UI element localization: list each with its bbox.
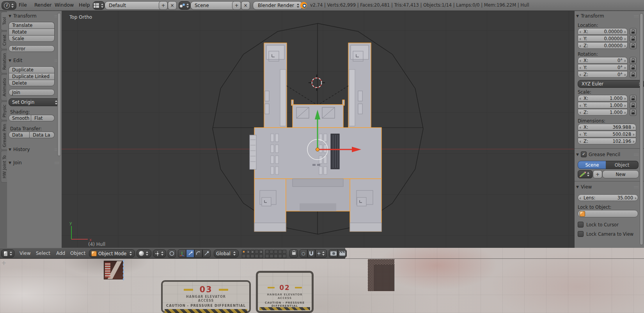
editor-type-3dview-button[interactable] — [1, 249, 14, 258]
duplicate-linked-button[interactable]: Duplicate Linked — [9, 73, 55, 80]
dimension-z-field[interactable]: Z:102.196 — [578, 138, 636, 144]
tab-hw-joint-tools[interactable]: HW Joint To — [1, 151, 7, 183]
mirror-button[interactable]: Mirror — [9, 45, 55, 52]
scene-lock-button[interactable] — [289, 249, 298, 258]
lock-location-z-button[interactable] — [630, 42, 637, 49]
grease-source-object-tab[interactable]: Object — [606, 161, 639, 169]
layer-toggle[interactable] — [278, 250, 282, 254]
rotate-button[interactable]: Rotate — [9, 28, 55, 35]
layer-toggle[interactable] — [242, 254, 246, 258]
panel-header-last-operator-join[interactable]: ▼ Join :::: — [9, 160, 59, 165]
manipulator-scale-button[interactable] — [202, 249, 211, 258]
layer-toggle[interactable] — [259, 250, 263, 254]
lock-to-cursor-row[interactable]: Lock to Cursor — [578, 222, 619, 228]
layer-toggle[interactable] — [246, 254, 250, 258]
manipulator-rotate-button[interactable] — [194, 249, 202, 258]
tab-relations[interactable]: Relation — [1, 50, 7, 73]
layer-toggle[interactable] — [250, 254, 254, 258]
data-button[interactable]: Data — [9, 132, 30, 138]
snap-circle-button[interactable]: ○ — [300, 249, 307, 258]
translate-button[interactable]: Translate — [9, 22, 55, 28]
npanel-scrollbar[interactable] — [640, 13, 643, 245]
lock-scale-x-button[interactable] — [630, 95, 637, 102]
panel-header-grease-pencil[interactable]: ▼ ✓ Grease Pencil :::: — [576, 151, 639, 157]
layer-toggle[interactable] — [255, 254, 259, 258]
interaction-mode-dropdown[interactable]: Object Mode — [89, 249, 135, 258]
scale-z-field[interactable]: Z:1.000 — [578, 109, 628, 116]
lock-scale-z-button[interactable] — [630, 109, 637, 116]
lock-rotation-z-button[interactable] — [630, 71, 637, 78]
scale-button[interactable]: Scale — [9, 35, 55, 42]
lens-field[interactable]: Lens: 35.000 — [578, 194, 638, 201]
rotation-x-field[interactable]: X:0° — [578, 57, 628, 64]
scene-icon-button[interactable] — [179, 1, 190, 10]
data-layout-button[interactable]: Data La — [30, 132, 55, 138]
layer-toggle[interactable] — [282, 250, 286, 254]
join-button[interactable]: Join — [9, 89, 55, 96]
opengl-render-button[interactable] — [329, 249, 338, 258]
snap-toggle-button[interactable] — [307, 249, 315, 258]
screen-layout-icon-button[interactable] — [93, 1, 105, 10]
grease-layer-add-button[interactable]: + — [593, 170, 602, 178]
shade-smooth-button[interactable]: Smooth — [9, 115, 31, 121]
lock-to-cursor-checkbox[interactable] — [578, 222, 584, 228]
layers-group-2[interactable] — [265, 250, 287, 258]
render-engine-select[interactable]: Blender Render — [253, 1, 303, 10]
region-expand-plus-icon[interactable]: + — [1, 259, 6, 267]
snap-element-dropdown[interactable] — [315, 249, 327, 258]
layer-toggle[interactable] — [282, 254, 286, 258]
menu-window[interactable]: Window — [55, 2, 74, 8]
layer-toggle[interactable] — [274, 254, 278, 258]
rotation-y-field[interactable]: Y:0° — [578, 64, 628, 71]
panel-header-edit[interactable]: ▼ Edit :::: — [9, 58, 59, 63]
scene-name-field[interactable]: Scene — [190, 1, 236, 10]
location-z-field[interactable]: Z:0.00000 — [578, 42, 628, 49]
menu-help[interactable]: Help — [79, 2, 90, 8]
tab-create[interactable]: Creat — [1, 31, 7, 49]
location-y-field[interactable]: Y:0.00000 — [578, 35, 628, 42]
lock-location-x-button[interactable] — [630, 28, 637, 35]
layer-toggle[interactable] — [255, 250, 259, 254]
lock-location-y-button[interactable] — [630, 35, 637, 42]
layer-toggle[interactable] — [250, 250, 254, 254]
toolshelf-scrollbar[interactable] — [57, 13, 61, 156]
lock-rotation-x-button[interactable] — [630, 57, 637, 64]
lock-scale-y-button[interactable] — [630, 102, 637, 109]
menu-view[interactable]: View — [20, 251, 30, 256]
layer-toggle[interactable] — [278, 254, 282, 258]
grease-pencil-brush-dropdown[interactable] — [578, 170, 593, 178]
layer-toggle[interactable] — [270, 254, 273, 258]
layer-toggle[interactable] — [265, 250, 269, 254]
panel-header-view[interactable]: ▼ View :::: — [576, 184, 639, 190]
delete-layout-button[interactable]: × — [168, 1, 177, 10]
panel-header-history[interactable]: ▼ History :::: — [9, 147, 59, 152]
layer-toggle[interactable] — [274, 250, 278, 254]
grease-pencil-checkbox[interactable]: ✓ — [581, 151, 587, 157]
rotation-z-field[interactable]: Z:0° — [578, 71, 628, 78]
scale-y-field[interactable]: Y:1.000 — [578, 102, 628, 108]
menu-file[interactable]: File — [19, 2, 27, 8]
menu-render[interactable]: Render — [34, 2, 52, 8]
dimension-x-field[interactable]: X:369.988 — [578, 124, 636, 130]
layer-toggle[interactable] — [270, 250, 273, 254]
lock-camera-row[interactable]: Lock Camera to View — [578, 231, 633, 237]
manipulator-axes-button[interactable] — [178, 249, 186, 258]
opengl-render-anim-button[interactable] — [338, 249, 347, 258]
tab-physics[interactable]: Physic — [1, 101, 7, 120]
panel-header-transform[interactable]: ▼ Transform :::: — [9, 13, 59, 19]
scale-x-field[interactable]: X:1.000 — [578, 95, 628, 101]
add-scene-button[interactable]: + — [232, 1, 241, 10]
add-layout-button[interactable]: + — [159, 1, 168, 10]
grease-new-layer-button[interactable]: New — [602, 170, 639, 178]
pivot-point-dropdown[interactable] — [153, 249, 166, 258]
location-x-field[interactable]: X:0.00000 — [578, 28, 628, 35]
layer-toggle[interactable] — [246, 250, 250, 254]
shade-flat-button[interactable]: Flat — [31, 115, 55, 121]
delete-button[interactable]: Delete — [9, 80, 55, 86]
cursor-3d[interactable] — [309, 75, 325, 91]
screen-layout-name-field[interactable]: Default — [105, 1, 163, 10]
layer-toggle[interactable] — [242, 250, 246, 254]
duplicate-button[interactable]: Duplicate — [9, 66, 55, 73]
viewport-3d[interactable]: y x Top Ortho (4) Hull — [62, 11, 574, 248]
lock-camera-checkbox[interactable] — [578, 231, 584, 237]
